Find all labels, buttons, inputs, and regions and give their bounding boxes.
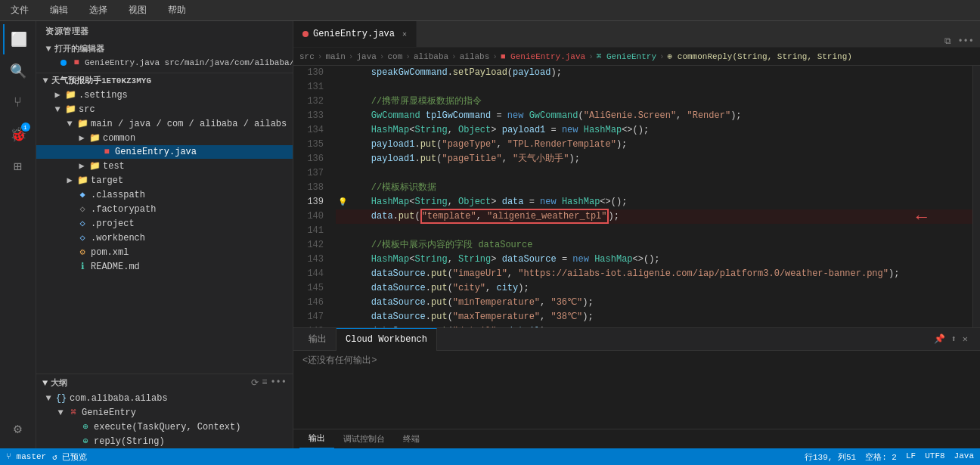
tree-test[interactable]: ▶ 📁 test [36, 159, 293, 173]
breadcrumb: src › main › java › com › alibaba › aila… [293, 48, 980, 66]
outline-sync-icon[interactable]: ⟳ [251, 377, 259, 389]
maximize-icon[interactable]: ⬆ [951, 333, 957, 345]
sub-tab-debug[interactable]: 调试控制台 [334, 429, 394, 449]
tree-target[interactable]: ▶ 📁 target [36, 173, 293, 188]
tree-genieentry[interactable]: ■ GenieEntry.java [36, 145, 293, 159]
pom-icon: ⚙ [76, 246, 89, 258]
git-branch[interactable]: ⑂ master [6, 452, 46, 461]
sync-status[interactable]: ↺ 已预览 [52, 451, 87, 463]
code-line-134: HashMap<String, Object> payload1 = new H… [336, 123, 972, 138]
namespace-icon: {} [54, 393, 68, 404]
debug-icon[interactable]: 🐞 1 [3, 119, 33, 150]
open-editors-label: 打开的编辑器 [54, 43, 104, 54]
tree-src[interactable]: ▼ 📁 src [36, 102, 293, 116]
outline-more-icon[interactable]: ••• [270, 377, 287, 389]
breadcrumb-ailabs[interactable]: ailabs [460, 52, 490, 61]
breadcrumb-com[interactable]: com [387, 52, 402, 61]
pin-icon[interactable]: 📌 [934, 333, 945, 345]
gutter-bulb-icon[interactable]: 💡 [336, 195, 349, 209]
tree-settings[interactable]: ▶ 📁 .settings [36, 88, 293, 102]
output-tab-label: 输出 [309, 333, 327, 346]
src-label: src [79, 104, 95, 115]
tree-factorypath[interactable]: ◇ .factorypath [36, 202, 293, 216]
split-editor-icon[interactable]: ⧉ [944, 36, 951, 47]
java-file-icon: ■ [70, 57, 83, 68]
menu-item-file[interactable]: 文件 [6, 2, 33, 18]
sub-tab-terminal[interactable]: 终端 [394, 429, 429, 449]
breadcrumb-file[interactable]: ■ GenieEntry.java [501, 52, 585, 61]
editor-tab-genieentry[interactable]: GenieEntry.java ✕ [293, 21, 417, 47]
tree-main-path[interactable]: ▼ 📁 main / java / com / alibaba / ailabs [36, 116, 293, 131]
breadcrumb-alibaba[interactable]: alibaba [414, 52, 448, 61]
bottom-tab-output[interactable]: 输出 [299, 328, 336, 351]
file-encoding[interactable]: UTF8 [925, 451, 944, 463]
tree-pom[interactable]: ⚙ pom.xml [36, 245, 293, 259]
common-label: common [103, 133, 135, 144]
src-chevron: ▼ [51, 104, 64, 115]
project-file-label: .project [91, 219, 135, 229]
open-file-item[interactable]: ■ GenieEntry.java src/main/java/com/alib… [36, 56, 293, 70]
tree-readme[interactable]: ℹ README.md [36, 259, 293, 274]
sep3: › [380, 52, 385, 61]
outline-filter-icon[interactable]: ≡ [262, 377, 267, 389]
readme-label: README.md [91, 262, 140, 272]
bottom-tabs-bar: 输出 Cloud Workbench 📌 ⬆ ✕ [293, 328, 980, 351]
breadcrumb-method[interactable]: ⊕ commonReply(String, String, String) [668, 51, 852, 61]
code-line-136: payload1.put("pageTitle", "天气小助手"); [336, 152, 972, 166]
status-bar-right: 行139, 列51 空格: 2 LF UTF8 Java [805, 451, 974, 463]
indentation[interactable]: 空格: 2 [865, 451, 897, 463]
menu-item-view[interactable]: 视图 [124, 2, 151, 18]
outline-header[interactable]: ▼ 大纲 ⟳ ≡ ••• [36, 374, 293, 392]
more-actions-icon[interactable]: ••• [957, 36, 974, 47]
project-root[interactable]: ▼ 天气预报助手1ET0KZ3MYG [36, 73, 293, 88]
bottom-tab-cloud-workbench[interactable]: Cloud Workbench [336, 328, 437, 351]
menu-item-help[interactable]: 帮助 [163, 2, 191, 18]
line-endings[interactable]: LF [906, 451, 916, 463]
code-editor[interactable]: 130 131 132 133 134 135 136 137 138 139 … [293, 66, 980, 327]
outline-reply[interactable]: ⊕ reply(String) [36, 434, 293, 448]
explorer-icon[interactable]: ⬜ [3, 24, 33, 54]
open-editors-chevron: ▼ [42, 44, 54, 54]
readme-icon: ℹ [76, 261, 89, 272]
tree-common[interactable]: ▶ 📁 common [36, 131, 293, 145]
search-icon[interactable]: 🔍 [3, 56, 33, 86]
breadcrumb-main[interactable]: main [325, 52, 345, 61]
execute-label: execute(TaskQuery, Context) [94, 422, 240, 432]
extensions-icon[interactable]: ⊞ [3, 151, 33, 181]
outline-execute[interactable]: ⊕ execute(TaskQuery, Context) [36, 420, 293, 434]
status-bar-left: ⑂ master ↺ 已预览 [6, 451, 87, 463]
tree-workbench[interactable]: ◇ .workbench [36, 231, 293, 245]
test-chevron: ▶ [76, 160, 88, 172]
code-line-133: GwCommand tplGwCommand = new GwCommand("… [336, 109, 972, 123]
language-mode[interactable]: Java [954, 451, 974, 463]
sub-tab-output[interactable]: 输出 [299, 429, 334, 449]
genieentry-icon: ■ [100, 147, 113, 157]
class-icon: ⌘ [67, 407, 80, 418]
breadcrumb-src[interactable]: src [299, 52, 315, 61]
sep7: › [588, 52, 594, 61]
menu-bar: 文件 编辑 选择 视图 帮助 [0, 0, 980, 21]
menu-item-edit[interactable]: 编辑 [45, 2, 73, 18]
breadcrumb-class[interactable]: ⌘ GenieEntry [597, 51, 656, 61]
tree-classpath[interactable]: ◆ .classpath [36, 188, 293, 202]
outline-namespace[interactable]: ▼ {} com.alibaba.ailabs [36, 392, 293, 405]
pom-label: pom.xml [91, 247, 129, 258]
close-panel-icon[interactable]: ✕ [963, 333, 968, 345]
git-icon[interactable]: ⑂ [3, 88, 33, 118]
tab-close-btn[interactable]: ✕ [402, 29, 407, 39]
outline-section: ▼ 大纲 ⟳ ≡ ••• ▼ {} com.alibaba.ailabs ▼ ⌘… [36, 374, 293, 448]
sep5: › [451, 52, 457, 61]
workbench-icon: ◇ [76, 232, 89, 243]
tree-project[interactable]: ◇ .project [36, 216, 293, 231]
editor-scrollbar[interactable] [972, 66, 980, 327]
code-line-144: dataSource.put("imageUrl", "https://aila… [336, 267, 972, 281]
open-editors-header[interactable]: ▼ 打开的编辑器 [36, 42, 293, 56]
outline-class[interactable]: ▼ ⌘ GenieEntry [36, 405, 293, 420]
breadcrumb-java[interactable]: java [356, 52, 376, 61]
bottom-panel: 输出 Cloud Workbench 📌 ⬆ ✕ <还没有任何输出> 输出 [293, 327, 980, 448]
code-content[interactable]: speakGwCommand.setPayload(payload); //携带… [330, 66, 972, 327]
menu-item-select[interactable]: 选择 [85, 2, 112, 18]
cursor-position[interactable]: 行139, 列51 [805, 451, 856, 463]
project-chevron: ▼ [39, 76, 51, 86]
settings-icon[interactable]: ⚙ [3, 417, 33, 447]
